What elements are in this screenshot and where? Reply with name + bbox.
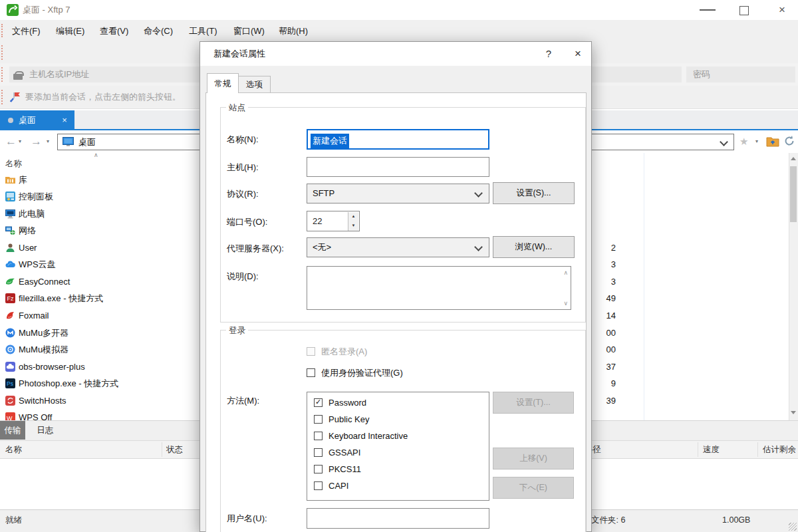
method-checkbox[interactable] xyxy=(314,448,323,457)
session-tab-desktop[interactable]: 桌面 × xyxy=(0,110,74,130)
scrollbar-up-icon[interactable] xyxy=(791,157,796,160)
favorites-star-icon[interactable]: ★ xyxy=(739,130,748,153)
transfer-col-status[interactable]: 状态 xyxy=(166,440,183,459)
dialog-tab-general[interactable]: 常规 xyxy=(207,73,239,93)
this-pc-icon xyxy=(5,209,15,219)
menu-edit[interactable]: 编辑(E) xyxy=(56,20,84,42)
protocol-select[interactable]: SFTP xyxy=(307,184,489,203)
menu-bar: 文件(F) 编辑(E) 查看(V) 命令(C) 工具(T) 窗口(W) 帮助(H… xyxy=(0,20,798,42)
wps-office-icon: W xyxy=(5,412,15,420)
method-label: 方法(M): xyxy=(227,396,259,406)
refresh-icon[interactable] xyxy=(783,135,795,149)
host-placeholder: 主机名或IP地址 xyxy=(29,66,89,82)
column-separator xyxy=(162,442,162,457)
tab-log[interactable]: 日志 xyxy=(29,421,61,440)
back-icon[interactable]: ← xyxy=(5,130,17,153)
session-host-input[interactable] xyxy=(307,157,489,177)
mumu-emulator-icon xyxy=(5,344,15,354)
foxmail-icon xyxy=(5,311,15,321)
description-textarea[interactable]: ∧ ∨ xyxy=(307,266,571,310)
auth-agent-checkbox[interactable] xyxy=(307,368,315,377)
scrollbar-thumb[interactable] xyxy=(790,166,797,222)
proxy-dropdown-icon xyxy=(474,243,483,251)
favorites-dropdown-icon[interactable]: ▾ xyxy=(755,130,758,153)
maximize-icon[interactable] xyxy=(739,6,749,15)
scrollbar-down-icon[interactable] xyxy=(791,411,796,414)
menu-file[interactable]: 文件(F) xyxy=(12,20,41,42)
transfer-col-name[interactable]: 名称 xyxy=(5,440,22,459)
help-icon[interactable]: ? xyxy=(538,42,559,66)
method-checkbox[interactable] xyxy=(314,432,323,440)
session-name-value: 新建会话 xyxy=(311,134,349,148)
minimize-icon[interactable] xyxy=(700,9,716,11)
status-size: 1.00GB xyxy=(722,509,750,532)
method-item-label: CAPI xyxy=(329,477,348,494)
transfer-col-eta[interactable]: 估计剩余 xyxy=(763,440,796,459)
status-ready: 就绪 xyxy=(5,509,22,532)
file-label: User xyxy=(19,239,37,256)
svg-text:Ps: Ps xyxy=(7,380,13,387)
file-label: Foxmail xyxy=(19,307,49,324)
dialog-tab-options[interactable]: 选项 xyxy=(239,76,271,93)
forward-icon[interactable]: → xyxy=(31,130,42,153)
toolbar-grip xyxy=(1,24,3,37)
tab-transfer[interactable]: 传输 xyxy=(0,421,25,440)
port-spin-up-icon[interactable]: ▲ xyxy=(348,212,358,221)
file-label: MuMu多开器 xyxy=(19,325,68,341)
method-item[interactable]: Keyboard Interactive xyxy=(307,428,489,444)
menu-help[interactable]: 帮助(H) xyxy=(279,20,308,42)
method-item[interactable]: CAPI xyxy=(307,477,489,494)
username-label: 用户名(U): xyxy=(227,513,267,524)
port-spin-down-icon[interactable]: ▼ xyxy=(348,221,358,231)
home-folder-icon[interactable] xyxy=(766,135,779,149)
hint-text: 要添加当前会话，点击左侧的箭头按钮。 xyxy=(25,86,181,108)
method-checkbox[interactable] xyxy=(314,415,323,424)
protocol-settings-button[interactable]: 设置(S)... xyxy=(493,182,575,204)
dialog-close-icon[interactable]: × xyxy=(567,42,589,66)
close-icon[interactable]: × xyxy=(774,0,790,20)
method-checkbox[interactable] xyxy=(314,481,323,490)
file-label: SwitchHosts xyxy=(19,392,66,409)
library-icon xyxy=(5,175,15,185)
menu-command[interactable]: 命令(C) xyxy=(144,20,173,42)
menu-view[interactable]: 查看(V) xyxy=(100,20,128,42)
menu-tools[interactable]: 工具(T) xyxy=(189,20,217,42)
method-item[interactable]: PKCS11 xyxy=(307,461,489,477)
method-checkbox[interactable] xyxy=(314,465,323,473)
menu-window[interactable]: 窗口(W) xyxy=(233,20,265,42)
sort-ascending-icon: ∧ xyxy=(94,153,98,158)
column-header-name[interactable]: 名称 xyxy=(5,156,22,172)
file-label: filezilla.exe - 快捷方式 xyxy=(19,290,103,307)
title-bar: 桌面 - Xftp 7 × xyxy=(0,0,798,20)
forward-dropdown-icon[interactable]: ▾ xyxy=(47,130,49,153)
host-label: 主机(H): xyxy=(227,162,259,173)
protocol-value: SFTP xyxy=(313,184,334,203)
resize-grip[interactable] xyxy=(789,523,797,531)
method-item[interactable]: GSSAPI xyxy=(307,444,489,461)
dialog-title: 新建会话属性 xyxy=(213,42,265,66)
port-input[interactable]: 22 ▲ ▼ xyxy=(307,211,360,231)
toolbar-grip xyxy=(1,45,3,60)
method-item[interactable]: ✓ Password xyxy=(307,394,489,411)
user-icon xyxy=(5,243,15,253)
proxy-browse-button[interactable]: 浏览(W)... xyxy=(493,236,575,258)
textarea-scroll-down-icon[interactable]: ∨ xyxy=(563,300,568,307)
column-separator xyxy=(698,442,698,457)
method-checkbox-checked[interactable]: ✓ xyxy=(314,398,323,407)
app-logo-icon xyxy=(7,4,19,16)
session-tab-close-icon[interactable]: × xyxy=(59,110,70,130)
back-dropdown-icon[interactable]: ▾ xyxy=(19,130,21,153)
session-name-input[interactable]: 新建会话 xyxy=(307,129,489,150)
column-gridline xyxy=(644,153,644,420)
file-label: 控制面板 xyxy=(19,188,53,205)
transfer-col-speed[interactable]: 速度 xyxy=(703,440,720,459)
address-text: 桌面 xyxy=(78,134,96,150)
dialog-username-input[interactable] xyxy=(307,508,489,529)
move-down-button: 下へ(E) xyxy=(493,477,574,499)
method-item[interactable]: Public Key xyxy=(307,411,489,428)
svg-text:W: W xyxy=(7,415,13,421)
textarea-scroll-up-icon[interactable]: ∧ xyxy=(563,269,568,276)
proxy-select[interactable]: <无> xyxy=(307,237,489,257)
switchhosts-icon xyxy=(5,396,15,406)
password-input[interactable]: 密码 xyxy=(686,66,795,82)
